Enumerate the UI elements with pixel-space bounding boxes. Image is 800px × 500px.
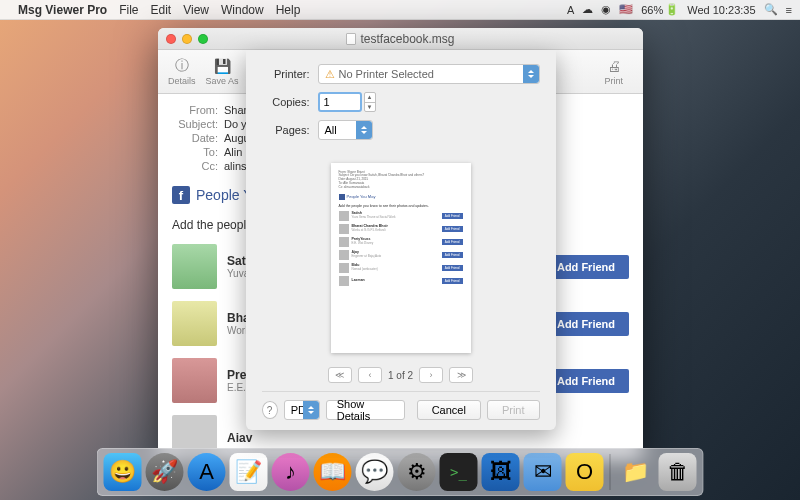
dock-downloads[interactable]: 📁	[617, 453, 655, 491]
printer-select[interactable]: ⚠No Printer Selected	[318, 64, 540, 84]
chevron-updown-icon	[303, 401, 319, 419]
menu-edit[interactable]: Edit	[151, 3, 172, 17]
status-battery[interactable]: 66% 🔋	[641, 3, 679, 16]
dock-terminal[interactable]: >_	[440, 453, 478, 491]
status-cloud-icon[interactable]: ☁	[582, 3, 593, 16]
person-name: Aiav	[227, 431, 629, 445]
cc-label: Cc:	[172, 160, 218, 172]
status-spotlight-icon[interactable]: 🔍	[764, 3, 778, 16]
page-indicator: 1 of 2	[388, 370, 413, 381]
dock-itunes[interactable]: ♪	[272, 453, 310, 491]
warning-icon: ⚠	[325, 68, 335, 81]
menu-view[interactable]: View	[183, 3, 209, 17]
status-adobe-icon[interactable]: A	[567, 4, 574, 16]
cancel-button[interactable]: Cancel	[417, 400, 481, 420]
dock-preview[interactable]: 🖼	[482, 453, 520, 491]
page-first-button[interactable]: ≪	[328, 367, 352, 383]
copies-stepper[interactable]: ▲▼	[364, 92, 376, 112]
page-navigator: ≪ ‹ 1 of 2 › ≫	[262, 367, 540, 383]
add-friend-button[interactable]: Add Friend	[543, 255, 629, 279]
avatar	[172, 244, 217, 289]
preview-page: From: Shane BriantSubject: Do you know S…	[331, 163, 471, 353]
saveas-button[interactable]: 💾Save As	[206, 57, 239, 86]
pages-label: Pages:	[262, 124, 310, 136]
dock-appstore[interactable]: A	[188, 453, 226, 491]
status-flag-icon[interactable]: 🇺🇸	[619, 3, 633, 16]
print-icon: 🖨	[605, 57, 623, 75]
dock-trash[interactable]: 🗑	[659, 453, 697, 491]
subject-label: Subject:	[172, 118, 218, 130]
dock-preferences[interactable]: ⚙	[398, 453, 436, 491]
menu-help[interactable]: Help	[276, 3, 301, 17]
printer-label: Printer:	[262, 68, 310, 80]
print-confirm-button[interactable]: Print	[487, 400, 540, 420]
preview-headers: From: Shane BriantSubject: Do you know S…	[339, 171, 463, 190]
app-window: testfacebook.msg ⓘDetails 💾Save As 🖨Prin…	[158, 28, 643, 458]
titlebar: testfacebook.msg	[158, 28, 643, 50]
window-title: testfacebook.msg	[360, 32, 454, 46]
copies-label: Copies:	[262, 96, 310, 108]
show-details-button[interactable]: Show Details	[326, 400, 405, 420]
dock-ibooks[interactable]: 📖	[314, 453, 352, 491]
print-button[interactable]: 🖨Print	[604, 57, 623, 86]
dock-messages[interactable]: 💬	[356, 453, 394, 491]
date-label: Date:	[172, 132, 218, 144]
save-icon: 💾	[213, 57, 231, 75]
dock-msgviewer[interactable]: ✉	[524, 453, 562, 491]
document-icon	[346, 33, 356, 45]
pdf-menu-button[interactable]: PDF	[284, 400, 320, 420]
chevron-updown-icon	[523, 65, 539, 83]
add-friend-button[interactable]: Add Friend	[543, 312, 629, 336]
menubar: Msg Viewer Pro File Edit View Window Hel…	[0, 0, 800, 20]
dock-outlook[interactable]: O	[566, 453, 604, 491]
page-next-button[interactable]: ›	[419, 367, 443, 383]
avatar	[172, 301, 217, 346]
dock-textedit[interactable]: 📝	[230, 453, 268, 491]
pages-select[interactable]: All	[318, 120, 373, 140]
status-wifi-icon[interactable]: ◉	[601, 3, 611, 16]
add-friend-button[interactable]: Add Friend	[543, 369, 629, 393]
status-notifications-icon[interactable]: ≡	[786, 4, 792, 16]
dock: 😀 🚀 A 📝 ♪ 📖 💬 ⚙ >_ 🖼 ✉ O 📁 🗑	[97, 448, 704, 496]
chevron-updown-icon	[356, 121, 372, 139]
menu-file[interactable]: File	[119, 3, 138, 17]
page-last-button[interactable]: ≫	[449, 367, 473, 383]
app-name[interactable]: Msg Viewer Pro	[18, 3, 107, 17]
dock-launchpad[interactable]: 🚀	[146, 453, 184, 491]
page-prev-button[interactable]: ‹	[358, 367, 382, 383]
copies-input[interactable]	[318, 92, 362, 112]
print-preview: From: Shane BriantSubject: Do you know S…	[262, 154, 540, 361]
menu-window[interactable]: Window	[221, 3, 264, 17]
dock-finder[interactable]: 😀	[104, 453, 142, 491]
print-dialog: Printer: ⚠No Printer Selected Copies: ▲▼…	[246, 50, 556, 430]
info-icon: ⓘ	[173, 57, 191, 75]
status-clock[interactable]: Wed 10:23:35	[687, 4, 755, 16]
to-label: To:	[172, 146, 218, 158]
help-button[interactable]: ?	[262, 401, 278, 419]
from-label: From:	[172, 104, 218, 116]
avatar	[172, 358, 217, 403]
dock-separator	[610, 454, 611, 490]
facebook-logo-icon: f	[172, 186, 190, 204]
details-button[interactable]: ⓘDetails	[168, 57, 196, 86]
